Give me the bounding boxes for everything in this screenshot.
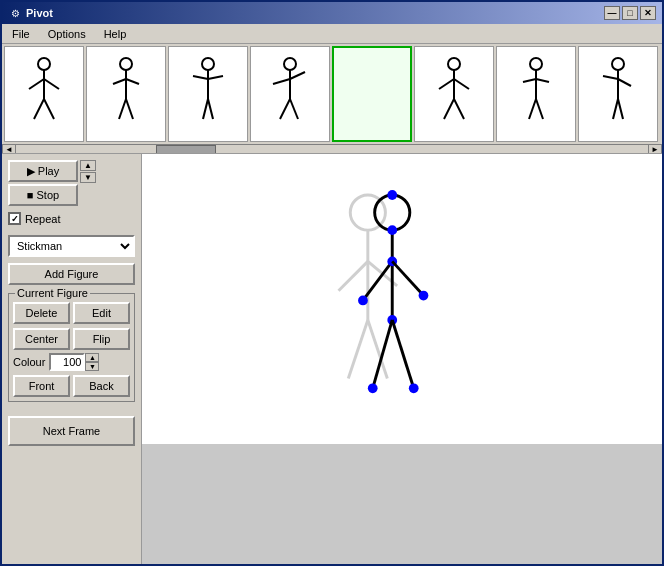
svg-line-34 [529, 99, 536, 119]
flip-button[interactable]: Flip [73, 328, 130, 350]
svg-line-61 [392, 320, 413, 388]
svg-line-41 [618, 99, 623, 119]
frame-3[interactable] [168, 46, 248, 142]
svg-line-5 [44, 99, 54, 119]
scroll-left-button[interactable]: ◄ [2, 144, 16, 154]
edit-button[interactable]: Edit [73, 302, 130, 324]
svg-point-6 [120, 58, 132, 70]
playback-controls: ▶ Play ■ Stop ▲ ▼ [8, 160, 135, 206]
svg-line-16 [203, 99, 208, 119]
svg-point-30 [530, 58, 542, 70]
play-label: Play [38, 165, 59, 177]
stop-button[interactable]: ■ Stop [8, 184, 78, 206]
frame-1-stickman [19, 54, 69, 134]
frame-5[interactable] [332, 46, 412, 142]
colour-input[interactable] [49, 353, 85, 371]
filmstrip: ◄ ► [2, 44, 662, 154]
front-button[interactable]: Front [13, 375, 70, 397]
svg-point-36 [612, 58, 624, 70]
colour-spinner: ▲ ▼ [49, 353, 99, 371]
speed-up-button[interactable]: ▲ [80, 160, 96, 171]
svg-point-52 [387, 225, 397, 235]
frame-8[interactable] [578, 46, 658, 142]
svg-line-2 [29, 79, 44, 89]
svg-point-62 [409, 383, 419, 393]
frame-1[interactable] [4, 46, 84, 142]
figure-select: Stickman [8, 235, 135, 257]
repeat-label: Repeat [25, 213, 60, 225]
maximize-button[interactable]: □ [622, 6, 638, 20]
left-panel: ▶ Play ■ Stop ▲ ▼ Repeat [2, 154, 142, 564]
center-button[interactable]: Center [13, 328, 70, 350]
menu-options[interactable]: Options [42, 27, 92, 41]
svg-line-27 [454, 79, 469, 89]
main-window: ⚙ Pivot — □ ✕ File Options Help [0, 0, 664, 566]
svg-point-12 [202, 58, 214, 70]
window-icon: ⚙ [8, 6, 22, 20]
current-figure-group: Current Figure Delete Edit Center Flip C… [8, 293, 135, 402]
play-icon: ▶ [27, 165, 35, 178]
svg-line-39 [618, 79, 631, 86]
center-flip-row: Center Flip [13, 328, 130, 350]
spinner-arrows: ▲ ▼ [85, 353, 99, 371]
svg-point-24 [448, 58, 460, 70]
scroll-thumb[interactable] [156, 145, 216, 154]
svg-line-35 [536, 99, 543, 119]
colour-row: Colour ▲ ▼ [13, 353, 130, 371]
repeat-row: Repeat [8, 210, 135, 227]
svg-point-49 [375, 195, 410, 230]
minimize-button[interactable]: — [604, 6, 620, 20]
svg-line-10 [119, 99, 126, 119]
stop-label: Stop [37, 189, 60, 201]
frame-8-stickman [593, 54, 643, 134]
frame-7[interactable] [496, 46, 576, 142]
svg-line-8 [113, 79, 126, 84]
scroll-track [16, 144, 648, 154]
colour-down-button[interactable]: ▼ [85, 362, 99, 371]
stop-icon: ■ [27, 189, 34, 201]
menu-file[interactable]: File [6, 27, 36, 41]
menu-help[interactable]: Help [98, 27, 133, 41]
repeat-checkbox[interactable] [8, 212, 21, 225]
scroll-right-button[interactable]: ► [648, 144, 662, 154]
close-button[interactable]: ✕ [640, 6, 656, 20]
next-frame-button[interactable]: Next Frame [8, 416, 135, 446]
svg-line-15 [208, 76, 223, 79]
canvas-bottom-area [142, 444, 662, 564]
frame-6[interactable] [414, 46, 494, 142]
front-back-row: Front Back [13, 375, 130, 397]
frame-4[interactable] [250, 46, 330, 142]
svg-line-40 [613, 99, 618, 119]
frame-3-stickman [183, 54, 233, 134]
back-button[interactable]: Back [73, 375, 130, 397]
svg-line-45 [339, 261, 368, 290]
svg-point-60 [368, 383, 378, 393]
colour-up-button[interactable]: ▲ [85, 353, 99, 362]
delete-edit-row: Delete Edit [13, 302, 130, 324]
svg-line-11 [126, 99, 133, 119]
svg-line-29 [454, 99, 464, 119]
play-button[interactable]: ▶ Play [8, 160, 78, 182]
filmstrip-frames [2, 44, 662, 144]
frame-2-stickman [101, 54, 151, 134]
figure-dropdown[interactable]: Stickman [8, 235, 135, 257]
svg-line-21 [290, 72, 305, 79]
speed-down-button[interactable]: ▼ [80, 172, 96, 183]
svg-line-17 [208, 99, 213, 119]
colour-label: Colour [13, 356, 45, 368]
frame-2[interactable] [86, 46, 166, 142]
svg-point-0 [38, 58, 50, 70]
menubar: File Options Help [2, 24, 662, 44]
svg-line-22 [280, 99, 290, 119]
svg-line-32 [523, 79, 536, 82]
title-bar: ⚙ Pivot — □ ✕ [2, 2, 662, 24]
svg-line-9 [126, 79, 139, 84]
frame-6-stickman [429, 54, 479, 134]
svg-point-18 [284, 58, 296, 70]
canvas-area[interactable] [142, 154, 662, 564]
add-figure-button[interactable]: Add Figure [8, 263, 135, 285]
delete-button[interactable]: Delete [13, 302, 70, 324]
frame-7-stickman [511, 54, 561, 134]
filmstrip-scrollbar: ◄ ► [2, 144, 662, 154]
main-area: ▶ Play ■ Stop ▲ ▼ Repeat [2, 154, 662, 564]
